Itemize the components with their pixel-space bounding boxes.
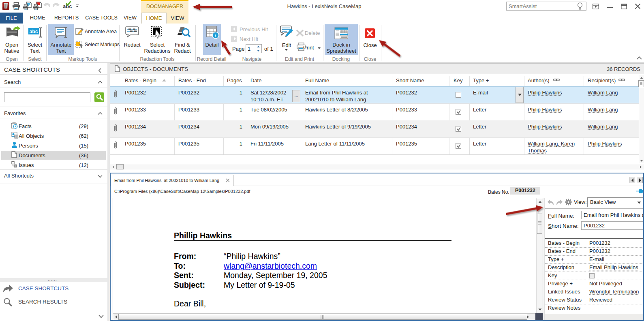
svg-text:i: i (215, 33, 216, 38)
svg-text:abc: abc (30, 29, 38, 34)
